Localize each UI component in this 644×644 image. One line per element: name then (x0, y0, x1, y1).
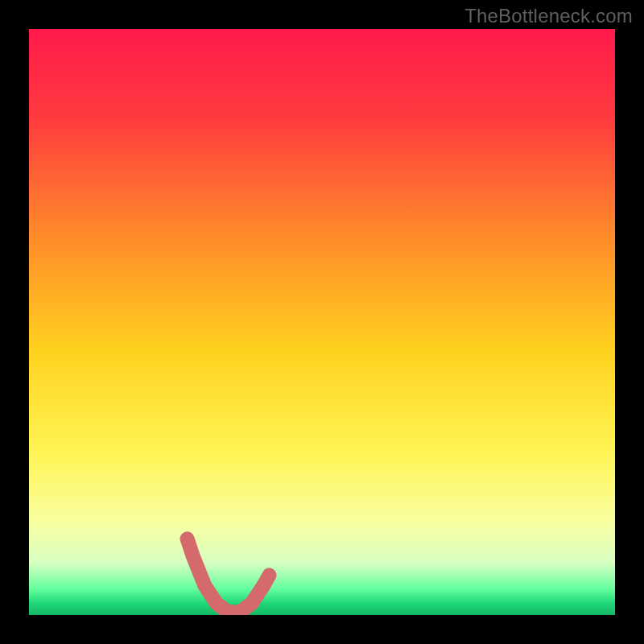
chart-svg (29, 29, 615, 615)
gradient-bg (29, 29, 615, 615)
watermark-text: TheBottleneck.com (464, 5, 633, 27)
plot-area (29, 29, 615, 615)
chart-frame: TheBottleneck.com (0, 0, 644, 644)
